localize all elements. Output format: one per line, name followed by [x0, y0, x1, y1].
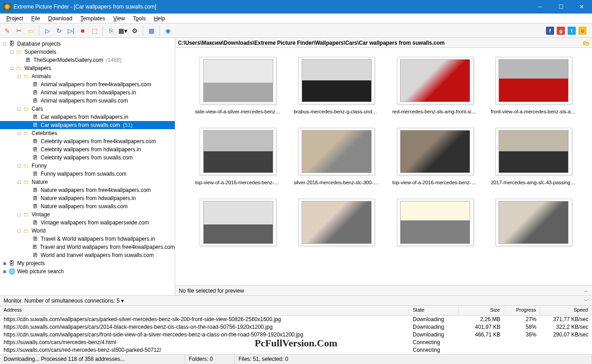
current-path: C:\Users\Максим\Downloads\Extreme Pictur… — [178, 40, 445, 46]
open-folder-icon[interactable]: 🗁 — [583, 39, 589, 47]
export-button[interactable]: ⎘ — [106, 25, 117, 36]
col-state[interactable]: State — [409, 306, 459, 315]
menu-project[interactable]: Project — [3, 14, 27, 23]
toolbar: ✎ ✂ ▭ ▷ ↻ ▷| ■ ⬚ ⎘ ▦▾ ⚙ ▦ ◉ f g t ☺ — [0, 23, 592, 38]
thumbnail-label: silver-2016-mercedes-benz-slc-300-o... — [294, 180, 379, 185]
menu-download[interactable]: Download — [45, 14, 76, 23]
monitor-label: Monitor. Number of simultaneous connecti… — [4, 298, 120, 304]
thumbnail[interactable]: red-mercedes-benz-sls-amg-front-side... — [391, 57, 480, 114]
col-progress[interactable]: Progress — [504, 306, 540, 315]
tree-supermodels[interactable]: ▢🗀Supermodels — [0, 48, 175, 56]
tree-world[interactable]: ▢🗀World — [0, 227, 175, 235]
menu-templates[interactable]: Templates — [77, 14, 109, 23]
thumbnail[interactable]: side-view-of-a-silver-mercedes-benz-... — [193, 57, 283, 114]
menu-tools[interactable]: Tools — [130, 14, 149, 23]
tree-animals[interactable]: ▢🗀Animals — [0, 72, 175, 80]
help-button[interactable]: ◉ — [163, 25, 173, 36]
tree-cars[interactable]: ▢🗀Cars — [0, 105, 175, 113]
col-speed[interactable]: Speed — [540, 306, 592, 315]
app-icon — [4, 3, 11, 10]
tree-item[interactable]: 🖹World and tranvel wallpapers from suwal… — [0, 251, 175, 259]
table-row[interactable]: https://cdn.suwalls.com/wallpapers/cars/… — [0, 316, 592, 323]
close-button[interactable]: ✕ — [571, 0, 592, 14]
tree-funny[interactable]: ▢🗀Funny — [0, 162, 175, 170]
menu-view[interactable]: View — [110, 14, 129, 23]
thumbnail[interactable]: top-view-of-a-2016-mercedes-benz-slc... — [391, 128, 480, 185]
status-main: Downloading... Processed 118 of 358 addr… — [0, 355, 185, 364]
table-row[interactable]: https://suwalls.com/cars/mercedes-benz/4… — [0, 339, 592, 346]
tree-nature[interactable]: ▢🗀Nature — [0, 178, 175, 186]
twitter-icon[interactable]: t — [568, 27, 576, 35]
settings-button[interactable]: ✂ — [14, 25, 24, 36]
tree-item[interactable]: 🖹Animal wallpapers from suwalls.com — [0, 97, 175, 105]
thumbnail-label: top-view-of-a-2016-mercedes-benz-slc... — [392, 180, 478, 185]
thumbnail[interactable] — [193, 199, 283, 251]
calendar-button[interactable]: ▦▾ — [117, 25, 128, 36]
tree-item[interactable]: 🖹Animal wallpapers from hdwallpapers.in — [0, 89, 175, 97]
tree-item[interactable]: 🖹Celebrity wallpapers from suwalls.com — [0, 154, 175, 162]
col-size[interactable]: Size — [459, 306, 504, 315]
thumbnail[interactable]: front-view-of-a-mercedes-benz-sls-amg... — [489, 57, 578, 114]
tree-item[interactable]: 🖹TheSuperModelsGallery.com(1488) — [0, 56, 175, 64]
thumbnail-label: top-view-of-a-2016-mercedes-benz-slc... — [195, 180, 281, 185]
thumbnail-label: front-view-of-a-mercedes-benz-sls-amg... — [491, 109, 577, 114]
minimize-button[interactable]: ─ — [530, 0, 550, 14]
thumbnail-grid[interactable]: side-view-of-a-silver-mercedes-benz-...b… — [175, 48, 592, 285]
col-address[interactable]: Address — [0, 306, 409, 315]
table-row[interactable]: https://cdn.suwalls.com/wallpapers/cars/… — [0, 323, 592, 331]
new-project-button[interactable]: ✎ — [2, 25, 13, 36]
collapse-monitor-button[interactable]: ﹀ — [584, 298, 588, 304]
tree-item[interactable]: 🖹Vintage wallpapers from wallpaperswide.… — [0, 219, 175, 227]
tree-item[interactable]: 🖹Car wallpapers from hdwallpapers.in — [0, 113, 175, 121]
tree-celebrities[interactable]: ▢🗀Celebrities — [0, 129, 175, 137]
gear-button[interactable]: ⚙ — [129, 25, 140, 36]
thumbnail-label: side-view-of-a-silver-mercedes-benz-... — [195, 109, 281, 114]
tree-item-selected[interactable]: 🖹Car wallpapers from suwalls.com(51) — [0, 121, 175, 129]
refresh-button[interactable]: ↻ — [54, 25, 65, 36]
maximize-button[interactable]: ☐ — [550, 0, 571, 14]
thumbnail-label: 2017-mercedes-amg-slc-43-passing-b... — [491, 180, 577, 185]
thumbnail[interactable]: silver-2016-mercedes-benz-slc-300-o... — [292, 128, 381, 185]
tree-wallpapers[interactable]: ▢🗀Wallpapers — [0, 64, 175, 72]
connections-dropdown[interactable]: ▾ — [121, 298, 124, 304]
thumbnail[interactable] — [489, 199, 578, 251]
tree-item[interactable]: 🖹Travel & World wallpapers from hdwallpa… — [0, 235, 175, 243]
path-bar: C:\Users\Максим\Downloads\Extreme Pictur… — [175, 38, 592, 48]
tree-item[interactable]: 🖹Nature wallpapers from suwalls.com — [0, 202, 175, 210]
thumbnail[interactable] — [391, 199, 480, 251]
skip-button[interactable]: ▷| — [65, 25, 76, 36]
tree-root[interactable]: ▢🗄Database projects — [0, 40, 175, 48]
titlebar: Extreme Picture Finder - [Car wallpapers… — [0, 0, 592, 14]
tree-myprojects[interactable]: ▣🗄My projects — [0, 259, 175, 267]
tree-item[interactable]: 🖹Celebrity wallpapers from hdwallpapers.… — [0, 145, 175, 154]
grid-button[interactable]: ▦ — [146, 25, 157, 36]
thumbnail[interactable]: 2017-mercedes-amg-slc-43-passing-b... — [489, 128, 578, 185]
tree-item[interactable]: 🖹Travel and World wallpapers from free4k… — [0, 243, 175, 251]
tree-vintage[interactable]: ▢🗀Vintage — [0, 210, 175, 219]
table-row[interactable]: https://cdn.suwalls.com/wallpapers/cars/… — [0, 331, 592, 339]
window-title: Extreme Picture Finder - [Car wallpapers… — [14, 4, 530, 10]
tree-item[interactable]: 🖹Funny wallpapers from suwalls.com — [0, 170, 175, 178]
thumbnail[interactable]: brabus-mercedes-benz-g-class-under-... — [292, 57, 381, 114]
monitor-bar: Monitor. Number of simultaneous connecti… — [0, 295, 592, 305]
thumbnail[interactable]: top-view-of-a-2016-mercedes-benz-slc... — [193, 128, 283, 185]
menu-file[interactable]: File — [28, 14, 43, 23]
preview-status: No file selected for preview — [179, 288, 244, 294]
expand-preview-button[interactable]: ︿ — [584, 288, 588, 294]
monkey-icon[interactable]: ☺ — [578, 27, 587, 35]
play-button[interactable]: ▷ — [42, 25, 53, 36]
thumbnail[interactable] — [292, 199, 381, 251]
tree-item[interactable]: 🖹Animal wallpapers from free4kwallpapers… — [0, 80, 175, 89]
tree-websearch[interactable]: ▣🌐Web picture search — [0, 267, 175, 275]
tree-item[interactable]: 🖹Nature wallpapers from hdwallpapers.in — [0, 194, 175, 202]
stop-all-button[interactable]: ⬚ — [89, 25, 100, 36]
tree-item[interactable]: 🖹Celebrity wallpapers from free4kwallpap… — [0, 137, 175, 145]
note-button[interactable]: ▭ — [25, 25, 36, 36]
google-icon[interactable]: g — [557, 27, 565, 35]
stop-button[interactable]: ■ — [77, 25, 88, 36]
table-row[interactable]: https://suwalls.com/cars/red-mercedes-be… — [0, 346, 592, 354]
menu-help[interactable]: Help — [150, 14, 169, 23]
tree-item[interactable]: 🖹Nature wallpapers from free4kwallpapers… — [0, 186, 175, 194]
tree-panel[interactable]: ▢🗄Database projects ▢🗀Supermodels 🖹TheSu… — [0, 38, 175, 295]
facebook-icon[interactable]: f — [546, 27, 554, 35]
